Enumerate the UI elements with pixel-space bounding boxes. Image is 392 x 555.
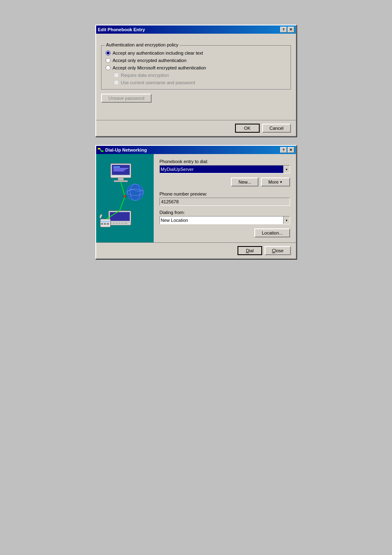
close-button[interactable]: ✕	[288, 27, 294, 32]
phonebook-label: Phonebook entry to dial:	[159, 159, 290, 164]
svg-rect-10	[113, 168, 128, 169]
phone-preview-label: Phone number preview:	[159, 191, 290, 196]
ok-button[interactable]: OK	[235, 124, 260, 133]
radio-encrypted-label: Accept only encrypted authentication	[113, 58, 187, 63]
radio-item-3: Accept only Microsoft encrypted authenti…	[106, 65, 286, 70]
svg-rect-15	[111, 213, 129, 220]
svg-rect-12	[113, 170, 124, 171]
dialup-networking-dialog: Dial-Up Networking ? ✕	[95, 145, 297, 259]
svg-point-32	[124, 195, 126, 198]
phonebook-combo[interactable]: MyDialUpServer ▼	[159, 165, 290, 173]
svg-rect-6	[118, 178, 124, 180]
dialing-from-value: New Location	[160, 216, 283, 224]
dialup-form: Phonebook entry to dial: MyDialUpServer …	[154, 154, 296, 242]
svg-rect-25	[101, 223, 103, 225]
checkbox-require-encryption-label: Require data encryption	[121, 73, 169, 78]
phonebook-row: Phonebook entry to dial: MyDialUpServer …	[159, 159, 290, 173]
location-button[interactable]: Location...	[254, 228, 290, 237]
dial-button[interactable]: Dial	[238, 246, 262, 255]
radio-cleartext-label: Accept any authentication including clea…	[113, 51, 203, 55]
edit-phonebook-footer: OK Cancel	[96, 120, 296, 136]
checkbox-current-user-label: Use current username and password	[121, 80, 195, 85]
dialup-help-button[interactable]: ?	[280, 147, 287, 153]
dialing-from-arrow[interactable]: ▼	[283, 216, 290, 224]
svg-rect-9	[113, 166, 120, 168]
new-more-row: New... More ▼	[159, 177, 290, 187]
dial-label: Dial	[246, 248, 254, 253]
radio-item-2: Accept only encrypted authentication	[106, 58, 286, 63]
svg-rect-1	[101, 150, 104, 152]
dialing-from-label: Dialing from:	[159, 210, 290, 215]
phonebook-combo-row: MyDialUpServer ▼	[159, 165, 290, 173]
radio-group: Accept any authentication including clea…	[106, 51, 286, 85]
svg-line-2	[100, 149, 101, 151]
cancel-button[interactable]: Cancel	[262, 124, 291, 133]
edit-phonebook-title: Edit Phonebook Entry	[98, 27, 145, 32]
new-button[interactable]: New...	[231, 177, 258, 187]
radio-cleartext[interactable]	[106, 51, 111, 55]
checkbox-require-encryption[interactable]	[114, 73, 119, 78]
dialing-from-combo[interactable]: New Location ▼	[159, 216, 290, 224]
radio-encrypted[interactable]	[106, 58, 111, 63]
checkbox-item-1: Require data encryption	[114, 73, 286, 78]
radio-ms-encrypted[interactable]	[106, 65, 111, 70]
network-illustration	[96, 154, 154, 242]
unsave-password-button[interactable]: Unsave password	[101, 94, 152, 103]
svg-rect-26	[104, 223, 106, 225]
svg-rect-11	[113, 169, 126, 170]
dialup-close-button[interactable]: ✕	[288, 147, 294, 153]
edit-phonebook-dialog: Edit Phonebook Entry ? ✕ Authentication …	[95, 25, 297, 137]
svg-rect-7	[114, 180, 128, 182]
auth-encryption-group: Authentication and encryption policy Acc…	[101, 45, 291, 90]
svg-rect-18	[113, 223, 115, 224]
network-icon	[98, 147, 104, 153]
dialup-titlebar: Dial-Up Networking ? ✕	[96, 146, 296, 154]
svg-point-33	[127, 184, 143, 200]
svg-rect-21	[121, 223, 123, 224]
phonebook-value: MyDialUpServer	[160, 166, 283, 173]
phone-preview-input[interactable]	[159, 198, 290, 206]
radio-ms-encrypted-label: Accept only Microsoft encrypted authenti…	[113, 65, 206, 70]
edit-phonebook-titlebar: Edit Phonebook Entry ? ✕	[96, 25, 296, 34]
checkbox-current-user[interactable]	[114, 80, 119, 85]
dialup-title: Dial-Up Networking	[105, 147, 147, 152]
svg-rect-27	[107, 223, 109, 225]
more-arrow-icon: ▼	[279, 180, 283, 184]
dialup-footer: Dial Close	[96, 242, 296, 258]
dialing-from-row: Dialing from: New Location ▼	[159, 210, 290, 224]
phonebook-dropdown-arrow[interactable]: ▼	[283, 166, 290, 173]
close-label: Close	[272, 248, 284, 253]
svg-rect-19	[115, 223, 118, 224]
dialup-close-btn[interactable]: Close	[265, 246, 291, 255]
help-button[interactable]: ?	[280, 27, 287, 32]
group-label: Authentication and encryption policy	[105, 42, 180, 47]
phone-preview-row: Phone number preview:	[159, 191, 290, 206]
svg-rect-22	[124, 223, 127, 224]
svg-rect-0	[98, 148, 100, 150]
dialup-main-content: Phonebook entry to dial: MyDialUpServer …	[96, 154, 296, 242]
checkbox-item-2: Use current username and password	[114, 80, 286, 85]
more-button[interactable]: More ▼	[261, 177, 290, 187]
svg-rect-20	[118, 223, 120, 224]
radio-item-1: Accept any authentication including clea…	[106, 51, 286, 55]
svg-rect-24	[101, 221, 110, 222]
